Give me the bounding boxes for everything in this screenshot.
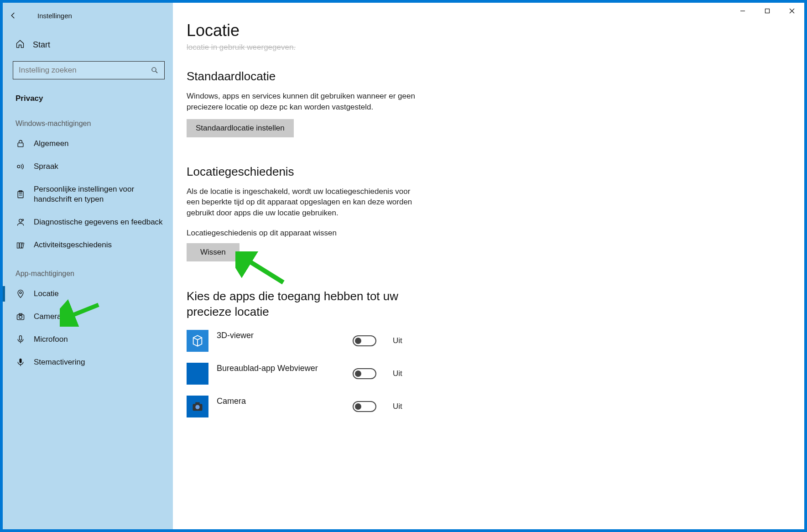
content-area: Locatie locatie in gebruik weergegeven. … [173, 3, 804, 426]
svg-point-12 [20, 292, 21, 293]
search-wrap [3, 61, 173, 79]
sidebar-item-activity-history[interactable]: Activiteitsgeschiedenis [3, 234, 173, 256]
activity-icon [16, 241, 26, 250]
search-input[interactable] [19, 66, 151, 75]
titlebar-left: Instellingen [3, 6, 173, 25]
clear-history-button[interactable]: Wissen [187, 243, 239, 261]
clipped-text: locatie in gebruik weergegeven. [187, 43, 791, 52]
window-controls [730, 3, 804, 19]
svg-rect-15 [19, 313, 22, 315]
sidebar-item-inking[interactable]: Persoonlijke instellingen voor handschri… [3, 178, 173, 211]
svg-point-3 [17, 165, 20, 168]
lock-icon [16, 139, 26, 148]
microphone-icon [16, 335, 26, 344]
svg-rect-19 [765, 9, 770, 13]
page-title: Locatie [187, 21, 791, 40]
window-title: Instellingen [37, 12, 72, 20]
sidebar-item-microphone[interactable]: Microfoon [3, 328, 173, 351]
app-icon-camera [187, 396, 208, 417]
speech-icon [16, 162, 26, 171]
sidebar-item-speech[interactable]: Spraak [3, 155, 173, 178]
sidebar-item-label: Persoonlijke instellingen voor handschri… [34, 184, 163, 204]
set-default-location-button[interactable]: Standaardlocatie instellen [187, 119, 294, 137]
history-clear-label: Locatiegeschiedenis op dit apparaat wiss… [187, 229, 791, 238]
app-toggle-state: Uit [393, 336, 402, 345]
sidebar: Instellingen Start Privacy Windows-macht… [3, 3, 173, 529]
svg-rect-17 [20, 359, 22, 363]
sidebar-item-label: Spraak [34, 162, 163, 172]
app-toggle-state: Uit [393, 402, 402, 411]
clipboard-icon [16, 190, 26, 199]
svg-line-1 [156, 71, 157, 73]
group-app-permissions: App-machtigingen [3, 257, 173, 282]
svg-rect-10 [17, 243, 19, 248]
camera-icon [16, 312, 26, 321]
voice-activation-icon [16, 358, 26, 367]
sidebar-home-label: Start [33, 40, 50, 50]
app-toggle-state: Uit [393, 369, 402, 378]
sidebar-item-location[interactable]: Locatie [3, 282, 173, 305]
app-name: Bureaublad-app Webviewer [217, 363, 344, 373]
svg-rect-2 [18, 143, 23, 146]
default-location-desc: Windows, apps en services kunnen dit geb… [187, 91, 424, 113]
settings-window: Instellingen Start Privacy Windows-macht… [3, 3, 804, 529]
sidebar-category: Privacy [3, 84, 173, 107]
search-icon [151, 66, 159, 74]
feedback-icon [16, 218, 26, 227]
sidebar-item-label: Locatie [34, 289, 163, 299]
app-icon-3dviewer [187, 330, 208, 352]
app-toggle[interactable] [353, 335, 376, 346]
location-icon [16, 289, 26, 298]
back-button[interactable] [3, 6, 24, 25]
app-row: Camera Uit [187, 393, 791, 426]
sidebar-item-label: Stemactivering [34, 357, 163, 367]
app-toggle[interactable] [353, 401, 376, 412]
sidebar-item-label: Microfoon [34, 334, 163, 344]
app-toggle[interactable] [353, 368, 376, 379]
svg-point-9 [22, 219, 23, 221]
app-row: 3D-viewer Uit [187, 327, 791, 360]
main-content: Locatie locatie in gebruik weergegeven. … [173, 3, 804, 529]
svg-point-14 [19, 315, 22, 318]
sidebar-item-label: Diagnostische gegevens en feedback [34, 217, 163, 227]
history-heading: Locatiegeschiedenis [187, 165, 791, 179]
svg-rect-16 [20, 335, 22, 340]
sidebar-item-camera[interactable]: Camera [3, 305, 173, 328]
search-box[interactable] [13, 61, 165, 79]
close-button[interactable] [780, 3, 804, 19]
app-row: Bureaublad-app Webviewer Uit [187, 360, 791, 393]
sidebar-item-label: Activiteitsgeschiedenis [34, 240, 163, 250]
svg-point-8 [19, 219, 22, 223]
app-name: 3D-viewer [217, 330, 344, 340]
arrow-left-icon [9, 11, 17, 20]
apps-access-heading: Kies de apps die toegang hebben tot uw p… [187, 289, 433, 320]
sidebar-home[interactable]: Start [3, 35, 173, 55]
maximize-button[interactable] [755, 3, 780, 19]
group-windows-permissions: Windows-machtigingen [3, 107, 173, 132]
app-name: Camera [217, 396, 344, 406]
home-icon [16, 39, 25, 50]
svg-point-0 [152, 68, 156, 72]
app-icon-webviewer [187, 363, 208, 385]
sidebar-item-voice-activation[interactable]: Stemactivering [3, 351, 173, 374]
sidebar-item-general[interactable]: Algemeen [3, 132, 173, 155]
svg-point-23 [195, 405, 199, 409]
sidebar-item-label: Algemeen [34, 139, 163, 149]
sidebar-item-label: Camera [34, 312, 163, 322]
svg-rect-24 [195, 402, 199, 404]
minimize-button[interactable] [730, 3, 755, 19]
history-desc: Als de locatie is ingeschakeld, wordt uw… [187, 186, 424, 219]
sidebar-item-diagnostics[interactable]: Diagnostische gegevens en feedback [3, 211, 173, 234]
default-location-heading: Standaardlocatie [187, 69, 791, 83]
